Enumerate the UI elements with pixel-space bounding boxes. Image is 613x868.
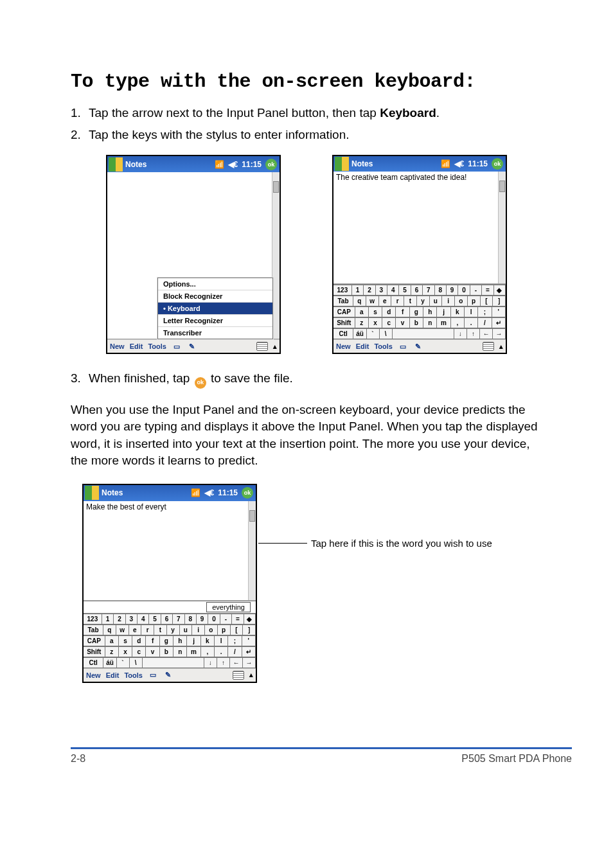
scrollbar[interactable] <box>498 172 506 283</box>
osk-key[interactable]: ↵ <box>242 646 256 657</box>
osk-key[interactable]: 5 <box>149 614 161 624</box>
scroll-thumb[interactable] <box>499 181 505 192</box>
osk-key[interactable]: ← <box>230 657 243 668</box>
osk-key[interactable]: 123 <box>84 614 102 624</box>
sip-arrow-icon[interactable]: ▴ <box>499 342 503 351</box>
osk-key[interactable]: a <box>355 306 369 317</box>
osk-key[interactable]: áü <box>353 328 366 339</box>
osk-key[interactable]: 8 <box>185 614 197 624</box>
osk-key[interactable]: → <box>243 657 256 668</box>
osk-key[interactable]: r <box>141 624 154 635</box>
osk-key[interactable]: m <box>437 317 450 328</box>
osk-key[interactable]: 6 <box>411 285 423 296</box>
osk-key[interactable]: d <box>132 635 146 646</box>
osk-key[interactable]: = <box>232 614 244 624</box>
osk-key[interactable]: w <box>116 624 129 635</box>
toolbar-edit[interactable]: Edit <box>356 342 369 350</box>
osk-key[interactable]: x <box>369 317 382 328</box>
osk-key[interactable]: 1 <box>352 285 364 296</box>
osk-key[interactable]: v <box>146 646 159 657</box>
osk-key[interactable]: Tab <box>333 296 353 306</box>
osk-key[interactable]: o <box>455 296 468 306</box>
toolbar-edit[interactable]: Edit <box>106 671 120 679</box>
osk-key[interactable]: ↑ <box>217 657 230 668</box>
osk-key[interactable]: = <box>482 285 493 296</box>
osk-key[interactable]: 3 <box>126 614 138 624</box>
osk-key[interactable]: k <box>201 635 215 646</box>
osk-key[interactable]: 5 <box>399 285 411 296</box>
osk-key[interactable]: CAP <box>84 635 105 646</box>
osk-key[interactable]: b <box>410 317 423 328</box>
osk-key[interactable]: - <box>470 285 482 296</box>
scroll-thumb[interactable] <box>273 181 279 193</box>
speaker-icon[interactable]: ◀€ <box>454 159 465 168</box>
osk-key[interactable]: z <box>105 646 119 657</box>
osk-key[interactable]: 3 <box>376 285 387 296</box>
osk-key[interactable]: n <box>423 317 437 328</box>
osk-key[interactable]: 2 <box>114 614 125 624</box>
osk-key[interactable]: ] <box>243 624 256 635</box>
osk-key[interactable]: , <box>451 317 465 328</box>
osk-key[interactable]: / <box>478 317 492 328</box>
osk-key[interactable]: z <box>355 317 369 328</box>
osk-key[interactable]: [ <box>481 296 493 306</box>
osk-key[interactable]: b <box>160 646 173 657</box>
osk-key[interactable]: o <box>205 624 218 635</box>
toolbar-tools[interactable]: Tools <box>124 671 143 679</box>
osk-key[interactable]: ] <box>493 296 506 306</box>
toolbar-tools[interactable]: Tools <box>148 342 166 350</box>
osk-key[interactable]: f <box>146 635 159 646</box>
osk-key[interactable]: u <box>180 624 193 635</box>
sip-arrow-icon[interactable]: ▴ <box>249 671 253 679</box>
menu-letter-recognizer[interactable]: Letter Recognizer <box>158 314 272 326</box>
signal-icon[interactable]: 📶 <box>191 488 200 497</box>
osk-key[interactable]: t <box>404 296 417 306</box>
osk-key[interactable]: q <box>103 624 116 635</box>
osk-key[interactable]: 4 <box>387 285 399 296</box>
osk-key[interactable]: u <box>430 296 443 306</box>
osk-key[interactable]: Ctl <box>84 657 103 668</box>
osk-key[interactable]: - <box>220 614 232 624</box>
osk-key[interactable]: g <box>160 635 173 646</box>
toolbar-tools[interactable]: Tools <box>374 342 393 350</box>
osk-key[interactable]: ` <box>367 328 380 339</box>
osk-key[interactable]: . <box>465 317 478 328</box>
osk-key[interactable]: y <box>417 296 430 306</box>
osk-key[interactable]: 6 <box>161 614 173 624</box>
osk-key[interactable]: ` <box>117 657 130 668</box>
toolbar-new[interactable]: New <box>336 342 351 350</box>
cassette-icon[interactable]: ▭ <box>148 670 158 680</box>
osk-key[interactable]: n <box>173 646 187 657</box>
menu-transcriber[interactable]: Transcriber <box>158 326 272 339</box>
osk-key[interactable]: v <box>396 317 409 328</box>
osk-key[interactable]: t <box>154 624 167 635</box>
osk-key[interactable]: y <box>167 624 180 635</box>
osk-key[interactable]: h <box>173 635 187 646</box>
osk-key[interactable]: c <box>382 317 396 328</box>
osk-key[interactable]: j <box>187 635 200 646</box>
osk-key[interactable]: a <box>105 635 119 646</box>
osk-key[interactable]: i <box>442 296 455 306</box>
osk-key[interactable]: áü <box>103 657 116 668</box>
toolbar-new[interactable]: New <box>110 342 125 350</box>
osk-key[interactable]: Shift <box>333 317 355 328</box>
osk-key[interactable]: x <box>119 646 132 657</box>
sip-toggle-icon[interactable] <box>233 671 244 680</box>
osk-key[interactable]: m <box>187 646 200 657</box>
osk-key[interactable]: s <box>119 635 132 646</box>
osk-key[interactable]: 7 <box>173 614 184 624</box>
osk-key[interactable]: 7 <box>423 285 434 296</box>
osk-key[interactable]: ← <box>480 328 493 339</box>
toolbar-new[interactable]: New <box>86 671 101 679</box>
speaker-icon[interactable]: ◀€ <box>204 488 215 497</box>
ok-button[interactable]: ok <box>265 159 277 170</box>
note-body-text[interactable]: The creative team captivated the idea! <box>333 172 506 183</box>
cassette-icon[interactable]: ▭ <box>398 341 408 351</box>
osk-key[interactable]: ↵ <box>492 317 506 328</box>
predicted-word[interactable]: everything <box>206 602 251 612</box>
osk-key[interactable]: 4 <box>138 614 149 624</box>
osk-key[interactable]: l <box>215 635 228 646</box>
osk-key[interactable]: p <box>468 296 481 306</box>
osk-key[interactable]: ◆ <box>494 285 506 296</box>
osk-key[interactable] <box>393 328 454 339</box>
